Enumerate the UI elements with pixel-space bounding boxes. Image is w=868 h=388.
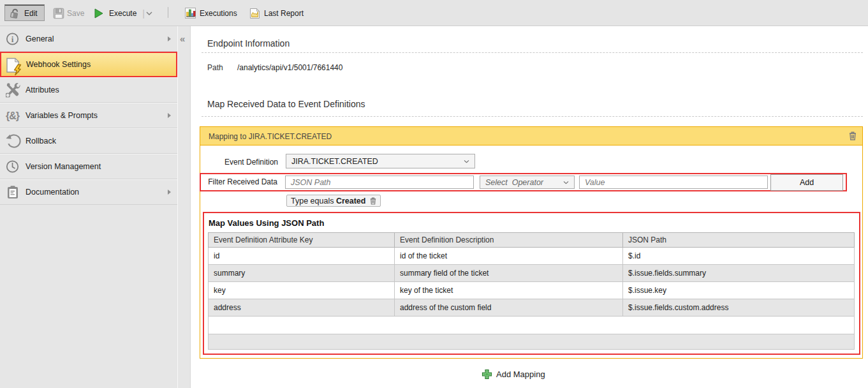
svg-text:i: i <box>11 34 14 43</box>
